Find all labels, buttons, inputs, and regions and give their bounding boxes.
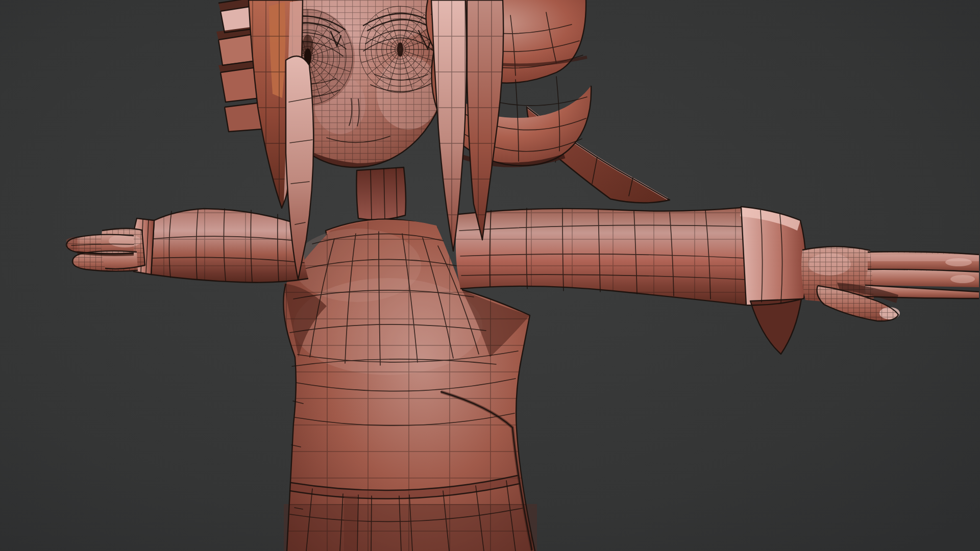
- viewport-3d[interactable]: Close-up of an untextured low-poly styli…: [0, 0, 980, 551]
- viewport-canvas: [0, 0, 980, 551]
- neck: [356, 167, 406, 220]
- pupil-right: [397, 42, 403, 57]
